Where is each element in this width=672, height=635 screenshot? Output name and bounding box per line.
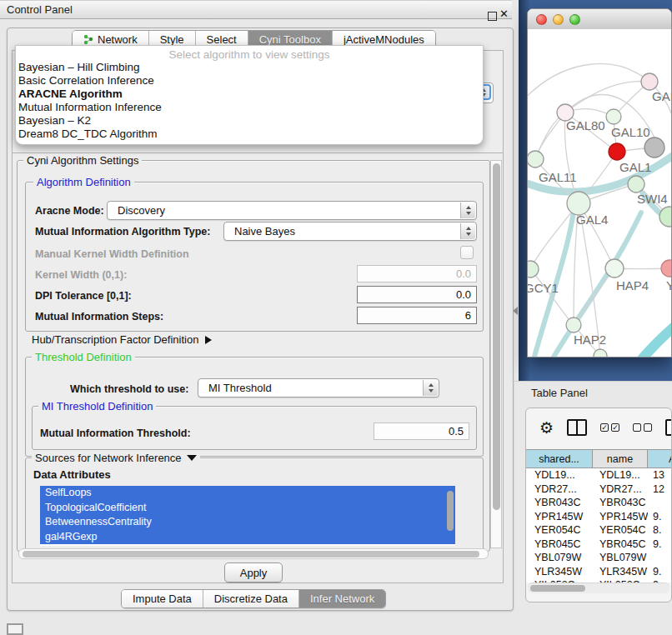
cell[interactable]: YER054C: [526, 523, 593, 538]
column-header-partial[interactable]: A: [648, 449, 672, 468]
sources-group-title[interactable]: Sources for Network Inference: [32, 452, 200, 464]
close-icon[interactable]: ✕: [499, 8, 509, 20]
aracne-mode-combobox[interactable]: Discovery: [107, 201, 477, 220]
dropdown-item[interactable]: Basic Correlation Inference: [16, 74, 483, 88]
node-gal10[interactable]: [606, 109, 621, 124]
node-gal4[interactable]: [567, 192, 590, 215]
mi-threshold-field[interactable]: [374, 422, 469, 440]
cell[interactable]: 12: [648, 482, 672, 497]
node-gal1-selected[interactable]: [609, 143, 625, 160]
cell[interactable]: YBR043C: [526, 496, 593, 510]
sources-title-label: Sources for Network Inference: [35, 452, 182, 464]
node-gal11[interactable]: [528, 151, 544, 168]
node-green-right[interactable]: [659, 207, 671, 227]
cell[interactable]: 9.: [648, 565, 672, 579]
dpi-tolerance-field[interactable]: [357, 286, 477, 303]
settings-vertical-scrollbar[interactable]: [490, 160, 502, 548]
table-row[interactable]: YBL079W YBL079W: [526, 551, 672, 565]
table-row[interactable]: YER054C YER054C 8.: [526, 523, 672, 538]
tab-infer-network[interactable]: Infer Network: [298, 590, 385, 608]
attribute-item-selected[interactable]: BetweennessCentrality: [40, 515, 455, 530]
node-hap2[interactable]: [566, 318, 581, 332]
cell[interactable]: YLR345W: [526, 565, 593, 579]
cell[interactable]: YDL19...: [593, 468, 648, 482]
table-row[interactable]: YDL19... YDL19... 13: [526, 468, 672, 482]
hub-transcription-factor-section[interactable]: Hub/Transcription Factor Definition: [32, 333, 212, 346]
attribute-item-selected[interactable]: TopologicalCoefficient: [40, 501, 455, 516]
which-threshold-combobox[interactable]: MI Threshold: [198, 378, 439, 398]
attribute-item-selected[interactable]: SelfLoops: [40, 486, 455, 501]
column-header-shared[interactable]: shared...: [526, 449, 593, 468]
column-header-name[interactable]: name: [593, 449, 648, 468]
dropdown-item[interactable]: Dream8 DC_TDC Algorithm: [16, 128, 483, 141]
expand-arrow-icon[interactable]: [205, 336, 212, 344]
cell[interactable]: YLR345W: [593, 565, 648, 579]
dropdown-item-selected[interactable]: ARACNE Algorithm: [16, 88, 483, 101]
combobox-spinner[interactable]: [423, 380, 438, 396]
document-icon[interactable]: [665, 419, 672, 436]
table-row[interactable]: YLR345W YLR345W 9.: [526, 565, 672, 579]
node-gal-top[interactable]: [641, 73, 658, 90]
cell[interactable]: YDR27...: [526, 482, 593, 497]
combobox-spinner[interactable]: [460, 202, 475, 218]
cell[interactable]: 9.: [648, 538, 672, 552]
cell[interactable]: YBL079W: [593, 551, 648, 565]
tab-impute-data[interactable]: Impute Data: [122, 590, 203, 608]
manual-kernel-width-checkbox[interactable]: [460, 246, 474, 259]
mi-steps-field[interactable]: [357, 307, 477, 324]
node-gcy1[interactable]: [528, 261, 539, 278]
column-layout-icon[interactable]: [567, 419, 587, 436]
select-all-icon[interactable]: ✓✓: [600, 423, 619, 432]
settings-vertical-scrollbar-thumb[interactable]: [493, 163, 500, 510]
cell[interactable]: YPR145W: [593, 510, 648, 524]
mi-algorithm-type-combobox[interactable]: Naive Bayes: [223, 222, 477, 241]
minimize-traffic-light[interactable]: [553, 14, 564, 25]
node-gray[interactable]: [644, 138, 664, 158]
cell[interactable]: 9.: [648, 510, 672, 524]
mi-algorithm-type-value: Naive Bayes: [234, 225, 295, 238]
node-salmon[interactable]: [661, 260, 671, 277]
network-window-titlebar[interactable]: [528, 9, 671, 30]
close-traffic-light[interactable]: [536, 14, 547, 25]
attributes-list-scrollbar-thumb[interactable]: [447, 491, 454, 531]
combobox-spinner[interactable]: [460, 223, 475, 239]
table-horizontal-scrollbar-thumb[interactable]: [530, 585, 585, 592]
cell[interactable]: YBR045C: [593, 538, 648, 552]
dropdown-item[interactable]: Bayesian – K2: [16, 114, 483, 128]
table-row[interactable]: YPR145W YPR145W 9.: [526, 510, 672, 524]
attribute-item-selected[interactable]: gal4RGexp: [40, 530, 455, 545]
dropdown-item[interactable]: Mutual Information Inference: [16, 101, 483, 114]
cell[interactable]: YBL079W: [526, 551, 593, 565]
settings-horizontal-scrollbar-thumb[interactable]: [23, 551, 479, 558]
cell[interactable]: [648, 496, 672, 510]
kernel-width-field[interactable]: [357, 265, 477, 282]
node-swi4[interactable]: [628, 176, 644, 192]
table-row[interactable]: YBR045C YBR045C 9.: [526, 538, 672, 552]
dropdown-item[interactable]: Bayesian – Hill Climbing: [16, 61, 483, 74]
minimized-panel-icon[interactable]: [7, 623, 23, 635]
cell[interactable]: YDL19...: [526, 468, 593, 482]
splitter-collapse-arrow[interactable]: [513, 307, 518, 315]
table-horizontal-scrollbar[interactable]: [528, 582, 669, 593]
node-hap4[interactable]: [605, 259, 624, 278]
cell[interactable]: YDR27...: [593, 482, 648, 497]
gear-icon[interactable]: ⚙: [539, 420, 554, 436]
zoom-traffic-light[interactable]: [569, 14, 580, 25]
float-window-icon[interactable]: [488, 12, 497, 21]
cell[interactable]: 13: [648, 468, 672, 482]
cell[interactable]: YBR045C: [526, 538, 593, 552]
cell[interactable]: 8.: [648, 523, 672, 538]
tab-discretize-data[interactable]: Discretize Data: [203, 590, 298, 608]
settings-horizontal-scrollbar[interactable]: [18, 548, 489, 559]
network-canvas[interactable]: GAL80 GAL10 GAL1 GAL11 GAL4 SWI4 GAL GCY…: [528, 29, 671, 357]
apply-button[interactable]: Apply: [224, 562, 283, 582]
deselect-all-icon[interactable]: [633, 423, 652, 432]
cyni-bottom-tabbar: Impute Data Discretize Data Infer Networ…: [121, 589, 386, 608]
cell[interactable]: YBR043C: [593, 496, 648, 510]
table-row[interactable]: YDR27... YDR27... 12: [526, 482, 672, 497]
cell[interactable]: YER054C: [593, 523, 648, 538]
cell[interactable]: [648, 551, 672, 565]
collapse-arrow-icon[interactable]: [187, 455, 197, 461]
table-row[interactable]: YBR043C YBR043C: [526, 496, 672, 510]
cell[interactable]: YPR145W: [526, 510, 593, 524]
